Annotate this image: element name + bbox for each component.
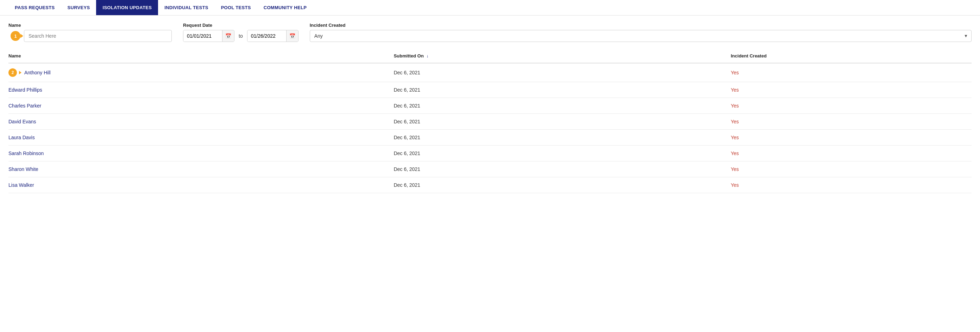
nav-item-pass-requests[interactable]: PASS REQUESTS: [8, 0, 61, 15]
incident-created-cell: Yes: [731, 130, 972, 145]
search-input[interactable]: [24, 30, 172, 42]
incident-created-cell: Yes: [731, 98, 972, 114]
submitted-on-cell: Dec 6, 2021: [393, 82, 731, 98]
name-filter-group: Name 1: [8, 22, 172, 42]
table-header: Name Submitted On ↓ Incident Created: [8, 49, 972, 63]
submitted-on-cell: Dec 6, 2021: [393, 161, 731, 177]
date-to-input[interactable]: [247, 30, 286, 42]
nav-bar: PASS REQUESTSSURVEYSISOLATION UPDATESIND…: [0, 0, 980, 16]
filters-section: Name 1 Request Date 📅 to 📅 Incident Crea…: [0, 16, 980, 45]
submitted-on-cell: Dec 6, 2021: [393, 130, 731, 145]
person-name-link[interactable]: David Evans: [8, 119, 389, 124]
nav-item-isolation-updates[interactable]: ISOLATION UPDATES: [96, 0, 158, 15]
incident-status: Yes: [731, 182, 739, 188]
date-from-input[interactable]: [183, 30, 222, 42]
incident-select-wrapper: Any Yes No ▼: [310, 30, 972, 42]
table-row: Charles ParkerDec 6, 2021Yes: [8, 98, 972, 114]
person-name-link[interactable]: Laura Davis: [8, 135, 389, 140]
date-filter-label: Request Date: [183, 22, 299, 28]
table-row: David EvansDec 6, 2021Yes: [8, 114, 972, 130]
incident-created-cell: Yes: [731, 82, 972, 98]
calendar-from-icon[interactable]: 📅: [222, 30, 234, 42]
table-row: Sharon WhiteDec 6, 2021Yes: [8, 161, 972, 177]
person-name-link[interactable]: Sarah Robinson: [8, 150, 389, 156]
results-table: Name Submitted On ↓ Incident Created 2An…: [8, 49, 972, 193]
incident-created-cell: Yes: [731, 177, 972, 193]
submitted-on-cell: Dec 6, 2021: [393, 145, 731, 161]
nav-item-surveys[interactable]: SURVEYS: [61, 0, 96, 15]
incident-filter-label: Incident Created: [310, 22, 972, 28]
table-row: Laura DavisDec 6, 2021Yes: [8, 130, 972, 145]
to-separator: to: [237, 33, 244, 39]
submitted-on-cell: Dec 6, 2021: [393, 98, 731, 114]
incident-filter-group: Incident Created Any Yes No ▼: [310, 22, 972, 42]
nav-item-pool-tests[interactable]: POOL TESTS: [215, 0, 257, 15]
person-name-link[interactable]: Edward Phillips: [8, 87, 389, 93]
incident-select[interactable]: Any Yes No: [310, 30, 972, 42]
incident-status: Yes: [731, 70, 739, 75]
col-header-name: Name: [8, 49, 393, 63]
date-to-wrapper: 📅: [247, 30, 299, 42]
table-row: Lisa WalkerDec 6, 2021Yes: [8, 177, 972, 193]
date-filter-group: Request Date 📅 to 📅: [183, 22, 299, 42]
submitted-on-cell: Dec 6, 2021: [393, 114, 731, 130]
table-container: Name Submitted On ↓ Incident Created 2An…: [0, 45, 980, 197]
col-header-submitted[interactable]: Submitted On ↓: [393, 49, 731, 63]
table-row: Sarah RobinsonDec 6, 2021Yes: [8, 145, 972, 161]
step1-arrow: [21, 34, 23, 38]
date-from-wrapper: 📅: [183, 30, 234, 42]
incident-created-cell: Yes: [731, 63, 972, 82]
search-input-wrapper: 1: [24, 30, 172, 42]
incident-status: Yes: [731, 135, 739, 140]
person-name-link[interactable]: Lisa Walker: [8, 182, 389, 188]
name-filter-label: Name: [8, 22, 172, 28]
date-range: 📅 to 📅: [183, 30, 299, 42]
incident-created-cell: Yes: [731, 114, 972, 130]
col-header-incident: Incident Created: [731, 49, 972, 63]
submitted-on-cell: Dec 6, 2021: [393, 177, 731, 193]
nav-item-individual-tests[interactable]: INDIVIDUAL TESTS: [158, 0, 215, 15]
table-row: 2Anthony HillDec 6, 2021Yes: [8, 63, 972, 82]
table-row: Edward PhillipsDec 6, 2021Yes: [8, 82, 972, 98]
step2-badge: 2: [8, 69, 17, 77]
incident-status: Yes: [731, 119, 739, 124]
incident-created-cell: Yes: [731, 145, 972, 161]
person-name-link[interactable]: Sharon White: [8, 166, 389, 172]
incident-created-cell: Yes: [731, 161, 972, 177]
incident-status: Yes: [731, 150, 739, 156]
submitted-on-cell: Dec 6, 2021: [393, 63, 731, 82]
table-body: 2Anthony HillDec 6, 2021YesEdward Philli…: [8, 63, 972, 193]
calendar-to-icon[interactable]: 📅: [286, 30, 298, 42]
incident-status: Yes: [731, 166, 739, 172]
step2-arrow: [19, 71, 21, 74]
step1-badge: 1: [11, 31, 21, 41]
incident-status: Yes: [731, 103, 739, 109]
person-name-link[interactable]: Charles Parker: [8, 103, 389, 109]
sort-down-icon: ↓: [426, 54, 428, 59]
nav-item-community-help[interactable]: COMMUNITY HELP: [257, 0, 313, 15]
incident-status: Yes: [731, 87, 739, 93]
person-name-link[interactable]: Anthony Hill: [24, 70, 51, 75]
